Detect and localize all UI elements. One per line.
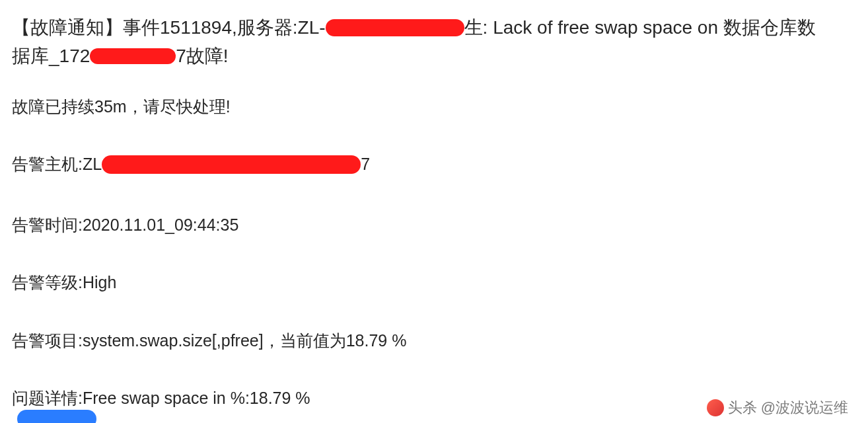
- title-prefix: 【故障通知】事件1511894,服务器:ZL-: [12, 17, 326, 38]
- avatar-icon: [707, 399, 724, 416]
- duration-line: 故障已持续35m，请尽快处理!: [12, 95, 856, 120]
- title-line2b: 7故障!: [176, 46, 228, 66]
- host-suffix: 7: [361, 155, 370, 173]
- alert-title: 【故障通知】事件1511894,服务器:ZL-生: Lack of free s…: [12, 13, 856, 71]
- host-label: 告警主机:ZL: [12, 155, 102, 173]
- host-line: 告警主机:ZL7: [12, 152, 856, 177]
- watermark: 头杀 @波波说运维: [707, 398, 848, 418]
- redaction-server: [326, 19, 464, 36]
- partial-button: [17, 410, 96, 423]
- redaction-db: [90, 48, 176, 64]
- time-line: 告警时间:2020.11.01_09:44:35: [12, 213, 856, 238]
- watermark-text: 头杀 @波波说运维: [728, 398, 848, 418]
- level-line: 告警等级:High: [12, 270, 856, 295]
- title-mid1: 生: Lack of free swap space on 数据仓库数: [464, 17, 816, 38]
- redaction-host: [102, 155, 361, 174]
- item-line: 告警项目:system.swap.size[,pfree]，当前值为18.79 …: [12, 328, 856, 354]
- title-line2a: 据库_172: [12, 46, 90, 66]
